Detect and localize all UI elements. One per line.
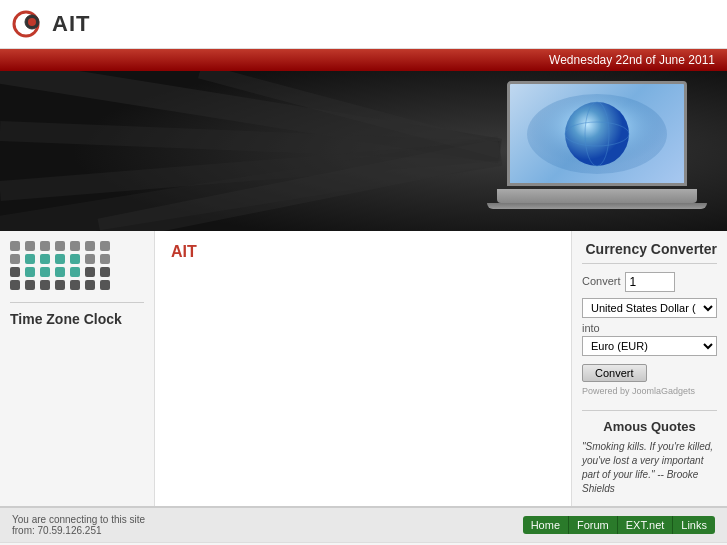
- hero-banner: [0, 71, 727, 231]
- quote-text: "Smoking kills. If you're killed, you've…: [582, 440, 717, 496]
- laptop-base: [497, 189, 697, 203]
- dot: [85, 280, 95, 290]
- dot: [10, 267, 20, 277]
- laptop-screen: [507, 81, 687, 186]
- to-currency-select[interactable]: Euro (EUR): [582, 336, 717, 356]
- dot: [40, 241, 50, 251]
- dot: [70, 254, 80, 264]
- dot: [85, 241, 95, 251]
- nav-links: Home Forum EXT.net Links: [523, 516, 715, 534]
- dot: [10, 241, 20, 251]
- nav-forum[interactable]: Forum: [569, 516, 618, 534]
- dot: [85, 267, 95, 277]
- dot: [55, 254, 65, 264]
- nav-extnet[interactable]: EXT.net: [618, 516, 674, 534]
- dot: [55, 241, 65, 251]
- svg-point-11: [565, 102, 629, 166]
- dot: [25, 280, 35, 290]
- footer-info: You are connecting to this site from: 70…: [12, 514, 513, 536]
- currency-converter-title: Currency Converter: [582, 241, 717, 264]
- date-text: Wednesday 22nd of June 2011: [549, 53, 715, 67]
- date-bar: Wednesday 22nd of June 2011: [0, 49, 727, 71]
- sidebar: Time Zone Clock: [0, 231, 155, 506]
- dot: [10, 280, 20, 290]
- convert-row: Convert: [582, 272, 717, 292]
- dot: [85, 254, 95, 264]
- dots-grid: [10, 241, 144, 290]
- nav-home[interactable]: Home: [523, 516, 569, 534]
- logo-text: AIT: [52, 11, 90, 37]
- dot: [70, 241, 80, 251]
- into-label: into: [582, 322, 717, 334]
- footer-info-line1: You are connecting to this site: [12, 514, 513, 525]
- dot: [100, 254, 110, 264]
- dot: [40, 267, 50, 277]
- hero-laptop: [497, 81, 697, 221]
- quotes-title: Amous Quotes: [582, 419, 717, 434]
- dot: [100, 241, 110, 251]
- svg-point-2: [28, 18, 36, 26]
- dot: [10, 254, 20, 264]
- dot: [70, 267, 80, 277]
- dot: [25, 241, 35, 251]
- footer-nav: You are connecting to this site from: 70…: [0, 506, 727, 542]
- logo-icon: [12, 8, 44, 40]
- header: AIT: [0, 0, 727, 49]
- dot: [55, 267, 65, 277]
- dot: [55, 280, 65, 290]
- quotes-section: Amous Quotes "Smoking kills. If you're k…: [582, 410, 717, 496]
- dot: [40, 254, 50, 264]
- dot: [100, 280, 110, 290]
- ait-link[interactable]: AIT: [171, 243, 197, 261]
- nav-links-item[interactable]: Links: [673, 516, 715, 534]
- convert-label: Convert: [582, 275, 621, 287]
- center-content: AIT: [155, 231, 572, 506]
- footer-info-line2: from: 70.59.126.251: [12, 525, 513, 536]
- time-zone-clock-title: Time Zone Clock: [10, 302, 144, 327]
- dot: [25, 254, 35, 264]
- dot: [70, 280, 80, 290]
- from-currency-select[interactable]: United States Dollar (USD): [582, 298, 717, 318]
- dot: [40, 280, 50, 290]
- dot: [25, 267, 35, 277]
- powered-by-text: Powered by JoomlaGadgets: [582, 386, 717, 396]
- laptop-bottom: [487, 203, 707, 209]
- right-sidebar: Currency Converter Convert United States…: [572, 231, 727, 506]
- convert-input[interactable]: [625, 272, 675, 292]
- convert-button[interactable]: Convert: [582, 364, 647, 382]
- main-content: Time Zone Clock AIT Currency Converter C…: [0, 231, 727, 506]
- dot: [100, 267, 110, 277]
- logo-container: AIT: [12, 8, 90, 40]
